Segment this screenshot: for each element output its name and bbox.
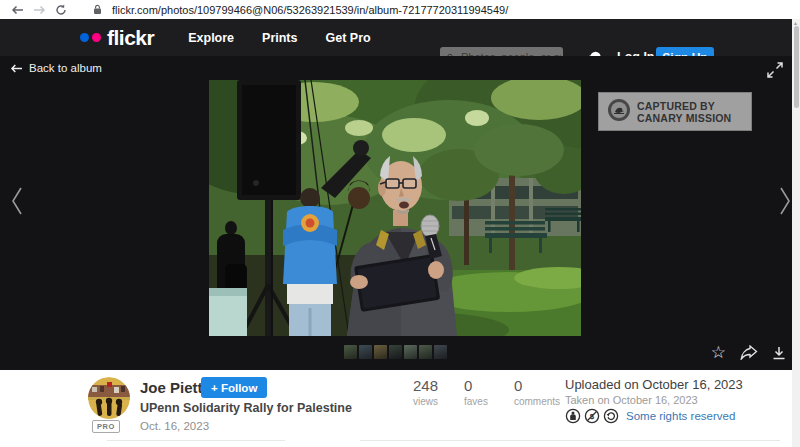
stat-faves: 0faves <box>464 377 488 407</box>
thumbnail-6[interactable] <box>419 345 432 359</box>
thumbnail-4[interactable] <box>389 345 402 359</box>
favorite-star-icon[interactable]: ☆ <box>711 344 726 361</box>
scrollbar-thumb[interactable] <box>794 26 799 108</box>
thumbnail-5[interactable] <box>404 345 417 359</box>
photo-stage: Back to album <box>0 56 800 370</box>
thumbnail-2[interactable] <box>359 345 372 359</box>
watermark-line2: CANARY MISSION <box>637 112 731 124</box>
uploaded-date: Uploaded on October 16, 2023 <box>565 377 743 392</box>
canary-bird-icon <box>607 98 631 126</box>
refresh-icon[interactable] <box>50 4 72 16</box>
flickr-logo-text: flickr <box>107 26 154 50</box>
flickr-logo-dot-blue <box>80 33 89 42</box>
nav-explore[interactable]: Explore <box>188 31 234 45</box>
divider-right <box>360 440 780 441</box>
flickr-logo[interactable]: flickr <box>80 26 154 50</box>
back-to-album-link[interactable]: Back to album <box>10 62 102 74</box>
back-icon[interactable] <box>6 4 28 16</box>
stat-views: 248views <box>413 377 438 407</box>
photo-info-section: PRO Joe Piette + Follow UPenn Solidarity… <box>0 370 800 447</box>
avatar[interactable] <box>88 377 130 419</box>
photo-illustration <box>209 80 581 336</box>
photo-date: Oct. 16, 2023 <box>140 420 209 432</box>
stat-label: comments <box>514 396 560 407</box>
fullscreen-icon[interactable] <box>766 61 784 83</box>
follow-button[interactable]: + Follow <box>201 377 267 398</box>
cc-attribution-icon <box>565 408 581 424</box>
main-nav: ExplorePrintsGet Pro <box>188 31 398 45</box>
stat-value: 248 <box>413 377 438 394</box>
flickr-header: flickr ExplorePrintsGet Pro Log In Sign … <box>0 19 800 56</box>
main-photo[interactable] <box>209 80 581 336</box>
nav-get-pro[interactable]: Get Pro <box>326 31 371 45</box>
back-arrow-icon <box>10 63 23 74</box>
stat-label: faves <box>464 396 488 407</box>
previous-photo-arrow[interactable] <box>10 186 24 220</box>
watermark-line1: CAPTURED BY <box>637 100 715 112</box>
flickr-logo-dot-pink <box>92 33 101 42</box>
divider-left <box>107 440 285 441</box>
stat-value: 0 <box>464 377 488 394</box>
share-icon[interactable] <box>740 345 758 360</box>
nav-prints[interactable]: Prints <box>262 31 297 45</box>
thumbnail-strip <box>344 345 447 359</box>
thumbnail-7[interactable] <box>434 345 447 359</box>
taken-date: Taken on October 16, 2023 <box>565 394 698 406</box>
canary-mission-watermark: CAPTURED BY CANARY MISSION <box>598 92 752 131</box>
license-link[interactable]: Some rights reserved <box>626 410 735 422</box>
photo-actions: ☆ <box>711 344 786 361</box>
thumbnail-1[interactable] <box>344 345 357 359</box>
next-photo-arrow[interactable] <box>778 186 792 220</box>
back-to-album-label: Back to album <box>29 62 102 74</box>
lock-icon <box>86 4 108 15</box>
cc-noncommercial-icon: $ <box>584 408 600 424</box>
browser-chrome: flickr.com/photos/109799466@N06/53263921… <box>0 0 800 20</box>
download-icon[interactable] <box>772 346 786 360</box>
stat-label: views <box>413 396 438 407</box>
cc-sharealike-icon <box>603 408 619 424</box>
forward-icon[interactable] <box>28 4 50 16</box>
photo-title: UPenn Solidarity Rally for Palestine <box>140 401 352 415</box>
license-row: $ Some rights reserved <box>565 408 735 424</box>
pro-badge: PRO <box>92 420 120 433</box>
stat-comments: 0comments <box>514 377 560 407</box>
stat-value: 0 <box>514 377 560 394</box>
browser-scrollbar[interactable]: ▲ <box>792 19 800 447</box>
photo-stats: 248views0faves0comments <box>413 377 560 407</box>
thumbnail-3[interactable] <box>374 345 387 359</box>
url-bar[interactable]: flickr.com/photos/109799466@N06/53263921… <box>112 4 508 16</box>
